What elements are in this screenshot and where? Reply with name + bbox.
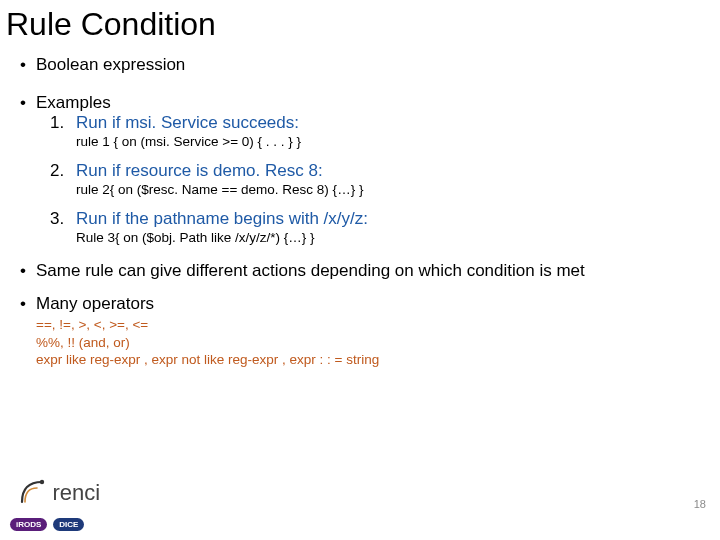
renci-arc-icon: [18, 474, 50, 506]
operators-line3: expr like reg-expr , expr not like reg-e…: [36, 351, 712, 369]
example-2-title: Run if resource is demo. Resc 8:: [76, 161, 323, 180]
bullet-examples: Examples Run if msi. Service succeeds: r…: [36, 93, 712, 247]
dice-badge: DICE: [53, 518, 84, 531]
example-3-code: Rule 3{ on ($obj. Path like /x/y/z/*) {……: [76, 230, 712, 247]
example-2-code: rule 2{ on ($resc. Name == demo. Resc 8)…: [76, 182, 712, 199]
operators-line1: ==, !=, >, <, >=, <=: [36, 316, 712, 334]
example-2: Run if resource is demo. Resc 8: rule 2{…: [76, 161, 712, 199]
svg-point-0: [40, 480, 44, 484]
operators-line2: %%, !! (and, or): [36, 334, 712, 352]
example-1-code: rule 1 { on (msi. Service >= 0) { . . . …: [76, 134, 712, 151]
renci-text: renci: [52, 480, 100, 506]
bullet-same-rule: Same rule can give different actions dep…: [36, 261, 712, 281]
example-1-title: Run if msi. Service succeeds:: [76, 113, 299, 132]
slide-title: Rule Condition: [0, 0, 720, 47]
example-3: Run if the pathname begins with /x/y/z: …: [76, 209, 712, 247]
bullet-many-operators: Many operators ==, !=, >, <, >=, <= %%, …: [36, 294, 712, 369]
footer-badges: iRODS DICE: [10, 518, 84, 531]
operators-block: ==, !=, >, <, >=, <= %%, !! (and, or) ex…: [36, 316, 712, 369]
slide-content: Boolean expression Examples Run if msi. …: [0, 47, 720, 369]
irods-badge: iRODS: [10, 518, 47, 531]
many-operators-label: Many operators: [36, 294, 154, 313]
renci-logo: renci: [18, 474, 100, 506]
page-number: 18: [694, 498, 706, 510]
example-3-title: Run if the pathname begins with /x/y/z:: [76, 209, 368, 228]
examples-label: Examples: [36, 93, 111, 112]
bullet-boolean: Boolean expression: [36, 55, 712, 75]
example-1: Run if msi. Service succeeds: rule 1 { o…: [76, 113, 712, 151]
